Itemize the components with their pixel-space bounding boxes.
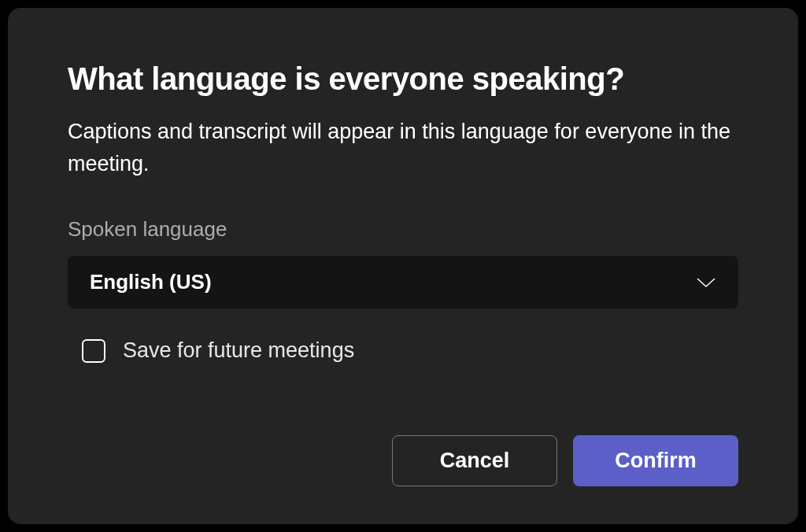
save-future-checkbox-label: Save for future meetings <box>123 338 354 363</box>
spoken-language-dropdown[interactable]: English (US) <box>68 256 738 308</box>
confirm-button[interactable]: Confirm <box>573 435 738 486</box>
dialog-title: What language is everyone speaking? <box>68 61 738 97</box>
dialog-button-row: Cancel Confirm <box>392 435 738 486</box>
spoken-language-label: Spoken language <box>68 217 738 242</box>
cancel-button[interactable]: Cancel <box>392 435 557 486</box>
language-dialog: What language is everyone speaking? Capt… <box>8 8 798 524</box>
dialog-description: Captions and transcript will appear in t… <box>68 116 738 179</box>
dropdown-selected-value: English (US) <box>90 270 212 294</box>
save-future-checkbox[interactable] <box>82 339 105 363</box>
save-future-checkbox-row: Save for future meetings <box>82 338 738 363</box>
chevron-down-icon <box>696 277 716 288</box>
